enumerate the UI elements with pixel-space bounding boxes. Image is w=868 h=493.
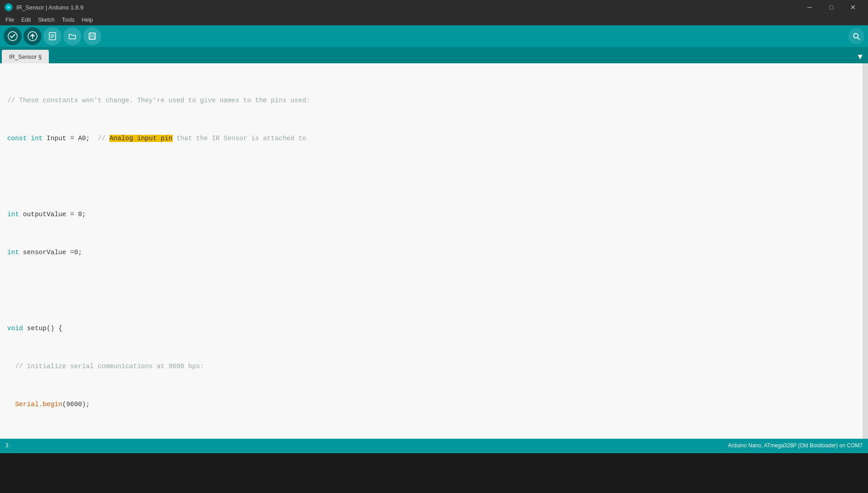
code-line-5: int sensorValue =0; — [7, 246, 861, 259]
comment-3: that the IR Sensor is attached to — [173, 135, 307, 142]
comment-4: // initialize serial communications at 9… — [15, 363, 204, 370]
tab-dropdown[interactable]: ▼ — [854, 51, 866, 63]
window-title: IR_Sensor | Arduino 1.8.9 — [16, 4, 799, 11]
main-layout: ∞ IR_Sensor | Arduino 1.8.9 ─ □ ✕ File E… — [0, 0, 868, 493]
window-controls: ─ □ ✕ — [799, 0, 863, 14]
code-content[interactable]: // These constants won't change. They're… — [0, 67, 868, 428]
code-editor[interactable]: // These constants won't change. They're… — [0, 63, 868, 428]
open-button[interactable] — [63, 27, 81, 45]
editor-scrollbar[interactable] — [863, 63, 868, 439]
menu-bar: File Edit Sketch Tools Help — [0, 14, 868, 25]
upload-button[interactable] — [24, 27, 42, 45]
comment-1: // These constants won't change. They're… — [7, 97, 310, 104]
title-bar: ∞ IR_Sensor | Arduino 1.8.9 ─ □ ✕ — [0, 0, 868, 14]
verify-button[interactable] — [4, 27, 22, 45]
tab-bar: IR_Sensor § ▼ — [0, 47, 868, 63]
minimize-button[interactable]: ─ — [799, 0, 820, 14]
code-line-7: void setup() { — [7, 322, 861, 335]
keyword-const: const int — [7, 135, 42, 142]
console-area — [0, 452, 868, 493]
line-number: 3 — [5, 442, 9, 449]
code-line-6 — [7, 284, 861, 297]
func-begin: .begin — [39, 401, 62, 408]
close-button[interactable]: ✕ — [843, 0, 863, 14]
code-line-2: const int Input = A0; // Analog input pi… — [7, 132, 861, 145]
editor-wrapper: // These constants won't change. They're… — [0, 63, 868, 439]
save-button[interactable] — [83, 27, 101, 45]
svg-rect-11 — [90, 37, 94, 39]
board-info: Arduino Nano, ATmega328P (Old Bootloader… — [728, 442, 863, 449]
app-icon: ∞ — [5, 3, 13, 11]
menu-edit[interactable]: Edit — [18, 16, 34, 24]
svg-text:∞: ∞ — [7, 5, 10, 9]
keyword-serial: Serial — [15, 401, 38, 408]
highlight-analog-input-pin: Analog input pin — [109, 135, 172, 142]
search-icon[interactable] — [848, 28, 864, 44]
code-line-1: // These constants won't change. They're… — [7, 94, 861, 107]
toolbar — [0, 25, 868, 47]
code-line-3 — [7, 170, 861, 183]
comment-2: // — [98, 135, 109, 142]
status-bar: 3 Arduino Nano, ATmega328P (Old Bootload… — [0, 439, 868, 452]
svg-line-13 — [858, 38, 859, 39]
tab-ir-sensor[interactable]: IR_Sensor § — [2, 50, 49, 63]
code-line-4: int outputValue = 0; — [7, 208, 861, 221]
new-button[interactable] — [43, 27, 61, 45]
code-line-8: // initialize serial communications at 9… — [7, 360, 861, 373]
menu-file[interactable]: File — [2, 16, 18, 24]
keyword-int-2: int — [7, 249, 19, 256]
code-line-9: Serial.begin(9600); — [7, 398, 861, 411]
keyword-int-1: int — [7, 211, 19, 218]
menu-sketch[interactable]: Sketch — [34, 16, 58, 24]
menu-help[interactable]: Help — [78, 16, 97, 24]
menu-tools[interactable]: Tools — [58, 16, 78, 24]
keyword-void-1: void — [7, 325, 23, 332]
maximize-button[interactable]: □ — [821, 0, 842, 14]
